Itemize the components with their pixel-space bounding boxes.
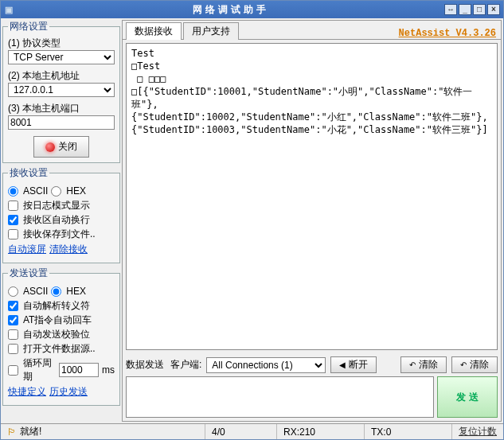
- status-tx: TX:0: [365, 424, 452, 439]
- client-select[interactable]: All Connections (1): [206, 357, 326, 373]
- send-bar: 数据发送 客户端: All Connections (1) ◀断开 ↶清除 ↶清…: [123, 353, 501, 421]
- undo-icon: ↶: [409, 360, 416, 369]
- network-settings: 网络设置 (1) 协议类型 TCP Server (2) 本地主机地址 127.…: [2, 20, 120, 163]
- recv-log-checkbox[interactable]: 按日志模式显示: [8, 199, 115, 212]
- app-window: ▣ 网络调试助手 ↔ _ □ × 网络设置 (1) 协议类型 TCP Serve…: [0, 0, 504, 440]
- proto-label: (1) 协议类型: [8, 37, 115, 50]
- close-window-button[interactable]: ×: [487, 4, 500, 15]
- network-legend: 网络设置: [8, 20, 49, 33]
- recv-ascii-radio[interactable]: ASCII: [8, 185, 48, 197]
- port-input[interactable]: [8, 115, 115, 130]
- receive-legend: 接收设置: [8, 166, 49, 180]
- tabs: 数据接收 用户支持 NetAssist V4.3.26: [123, 21, 501, 40]
- send-ascii-radio[interactable]: ASCII: [8, 286, 48, 297]
- app-icon: ▣: [1, 5, 17, 15]
- recv-wrap-checkbox[interactable]: 接收区自动换行: [8, 213, 115, 227]
- send-hex-radio[interactable]: HEX: [51, 286, 86, 297]
- right-panel: 数据接收 用户支持 NetAssist V4.3.26 Test □Test □…: [122, 20, 502, 422]
- history-link[interactable]: 历史发送: [49, 385, 88, 399]
- receive-area[interactable]: Test □Test □ □□□ □[{"StudentID":10001,"S…: [126, 43, 498, 350]
- reset-count-link[interactable]: 复位计数: [452, 425, 503, 438]
- disconnect-button[interactable]: ◀断开: [330, 356, 377, 373]
- recv-hex-radio[interactable]: HEX: [51, 185, 86, 197]
- send-escape-checkbox[interactable]: 自动解析转义符: [8, 299, 115, 313]
- clear-recv-link[interactable]: 清除接收: [49, 243, 88, 256]
- host-select[interactable]: 127.0.0.1: [8, 83, 115, 97]
- client-label: 客户端:: [170, 358, 201, 372]
- status-conn: 4/0: [205, 424, 277, 439]
- recv-save-checkbox[interactable]: 接收保存到文件..: [8, 228, 115, 241]
- status-rx: RX:210: [277, 424, 365, 439]
- titlebar: ▣ 网络调试助手 ↔ _ □ ×: [1, 1, 503, 18]
- port-label: (3) 本地主机端口: [8, 102, 115, 115]
- cycle-input[interactable]: [59, 363, 99, 377]
- send-file-checkbox[interactable]: 打开文件数据源..: [8, 342, 115, 356]
- brand-link[interactable]: NetAssist V4.3.26: [399, 28, 496, 39]
- send-button[interactable]: 发 送: [437, 376, 498, 418]
- send-atcr-checkbox[interactable]: AT指令自动回车: [8, 313, 115, 327]
- status-ready: 就绪!: [20, 425, 41, 438]
- send-check-checkbox[interactable]: 自动发送校验位: [8, 328, 115, 341]
- clear-button-2[interactable]: ↶清除: [451, 356, 498, 373]
- window-title: 网络调试助手: [17, 3, 444, 17]
- minimize-button[interactable]: _: [459, 4, 471, 15]
- send-settings: 发送设置 ASCII HEX 自动解析转义符 AT指令自动回车 自动发送校验位 …: [2, 267, 120, 406]
- status-bar: 🏳就绪! 4/0 RX:210 TX:0 复位计数: [1, 423, 503, 439]
- tab-data-recv[interactable]: 数据接收: [126, 22, 182, 40]
- pin-button[interactable]: ↔: [444, 4, 457, 15]
- maximize-button[interactable]: □: [473, 4, 486, 15]
- send-cycle-checkbox[interactable]: 循环周期 ms: [8, 356, 115, 384]
- protocol-select[interactable]: TCP Server: [8, 50, 115, 64]
- host-label: (2) 本地主机地址: [8, 69, 115, 83]
- close-connection-button[interactable]: 关闭: [33, 136, 89, 158]
- window-buttons: ↔ _ □ ×: [444, 4, 503, 15]
- autoscroll-link[interactable]: 自动滚屏: [8, 243, 46, 256]
- send-legend: 发送设置: [8, 267, 49, 280]
- shortcut-link[interactable]: 快捷定义: [8, 385, 46, 399]
- left-panel: 网络设置 (1) 协议类型 TCP Server (2) 本地主机地址 127.…: [2, 20, 120, 422]
- undo-icon: ↶: [460, 360, 467, 369]
- send-textarea[interactable]: [126, 376, 434, 418]
- clear-button-1[interactable]: ↶清除: [400, 356, 447, 373]
- tab-user-support[interactable]: 用户支持: [183, 22, 239, 40]
- flag-icon: 🏳: [7, 426, 17, 438]
- sendbar-label: 数据发送: [126, 358, 164, 372]
- status-dot-icon: [45, 142, 55, 152]
- receive-settings: 接收设置 ASCII HEX 按日志模式显示 接收区自动换行 接收保存到文件..…: [2, 166, 120, 263]
